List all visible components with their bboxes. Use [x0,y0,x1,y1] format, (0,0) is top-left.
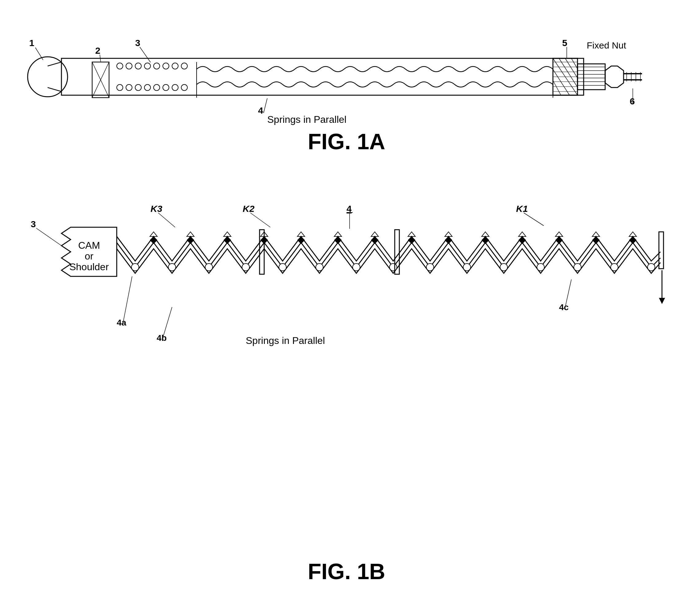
svg-marker-97 [518,236,526,244]
svg-text:5: 5 [562,38,567,48]
svg-point-26 [181,84,187,91]
svg-line-47 [553,80,561,95]
svg-marker-58 [605,66,623,87]
svg-text:Shoulder: Shoulder [70,261,109,272]
svg-marker-99 [592,236,600,244]
fig1b-label: FIG. 1B [0,559,693,584]
svg-text:3: 3 [31,219,36,229]
svg-marker-89 [224,236,231,244]
svg-point-85 [611,263,618,271]
svg-line-2 [47,62,61,66]
svg-line-126 [250,213,270,227]
svg-point-19 [117,84,123,91]
svg-text:Springs in Parallel: Springs in Parallel [267,114,346,125]
svg-text:4a: 4a [117,318,126,327]
page-container: 1 2 3 [0,0,693,616]
svg-point-21 [135,84,141,91]
svg-point-82 [500,263,508,271]
svg-line-130 [123,276,132,324]
svg-text:2: 2 [95,45,100,56]
svg-line-3 [47,87,61,92]
svg-point-17 [172,63,178,69]
svg-text:3: 3 [135,38,140,48]
svg-point-24 [163,84,169,91]
fig1b-diagram: CAM or Shoulder 3 [0,172,693,540]
svg-text:K1: K1 [516,204,528,214]
svg-point-16 [163,63,169,69]
svg-point-23 [154,84,160,91]
svg-text:6: 6 [630,96,635,106]
svg-line-5 [35,47,43,60]
svg-point-74 [205,263,213,271]
svg-text:1: 1 [29,38,34,48]
svg-point-80 [427,263,434,271]
svg-marker-92 [334,236,342,244]
svg-line-32 [263,98,267,113]
svg-marker-93 [371,236,378,244]
svg-text:Springs in Parallel: Springs in Parallel [246,335,325,346]
svg-point-73 [169,263,176,271]
svg-point-22 [144,84,151,91]
svg-point-76 [279,263,286,271]
svg-text:4: 4 [258,105,263,116]
svg-point-78 [353,263,360,271]
svg-point-20 [126,84,132,91]
svg-line-71 [36,228,61,246]
svg-point-14 [144,63,151,69]
svg-line-46 [553,69,570,95]
svg-point-86 [648,263,655,271]
svg-point-83 [537,263,544,271]
svg-point-81 [463,263,471,271]
svg-point-12 [126,63,132,69]
svg-point-11 [117,63,123,69]
svg-line-44 [565,58,577,78]
svg-marker-95 [445,236,452,244]
svg-line-132 [163,307,172,338]
svg-text:4b: 4b [157,333,167,343]
svg-marker-100 [629,236,636,244]
svg-point-72 [132,263,139,271]
svg-point-13 [135,63,141,69]
svg-line-124 [158,213,175,227]
svg-point-84 [574,263,581,271]
svg-marker-91 [297,236,305,244]
fig1a-label: FIG. 1A [0,129,693,154]
svg-line-128 [524,213,544,226]
svg-text:Fixed Nut: Fixed Nut [587,40,626,51]
svg-point-75 [242,263,250,271]
svg-marker-94 [408,236,415,244]
svg-point-77 [316,263,323,271]
svg-text:CAM: CAM [78,240,100,251]
svg-marker-88 [187,236,194,244]
svg-rect-51 [577,64,605,90]
svg-point-79 [390,263,397,271]
svg-marker-119 [659,298,665,304]
svg-text:or: or [85,251,94,262]
svg-text:K2: K2 [243,204,255,214]
svg-point-25 [172,84,178,91]
svg-text:4c: 4c [559,302,569,312]
svg-line-45 [571,58,577,69]
svg-marker-87 [150,236,157,244]
svg-text:K3: K3 [151,204,162,214]
svg-marker-96 [482,236,489,244]
svg-marker-98 [555,236,563,244]
svg-point-15 [154,63,160,69]
svg-point-18 [181,63,187,69]
svg-rect-0 [61,58,583,95]
svg-line-28 [140,47,151,62]
